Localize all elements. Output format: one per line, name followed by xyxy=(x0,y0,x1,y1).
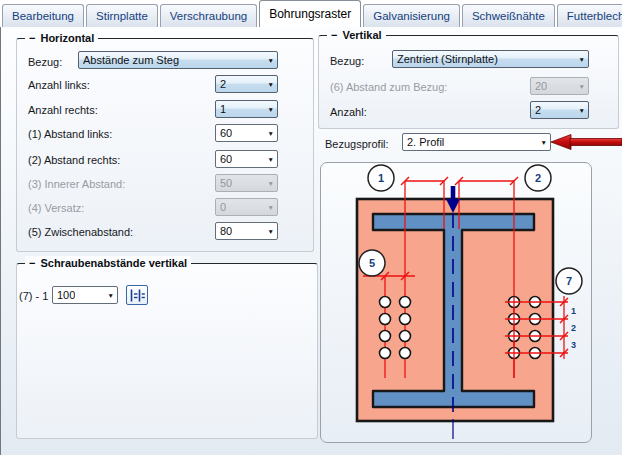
equal-spacing-icon xyxy=(129,289,145,302)
red-arrow-annotation xyxy=(550,133,622,151)
vertikal-bezug-label: Bezug: xyxy=(330,54,364,68)
chevron-down-icon: ▼ xyxy=(268,106,274,113)
vertikal-anzahl-label: Anzahl: xyxy=(330,105,367,119)
tab-bearbeitung[interactable]: Bearbeitung xyxy=(2,4,84,27)
tab-verschraubung[interactable]: Verschraubung xyxy=(160,4,257,27)
svg-text:5: 5 xyxy=(369,257,375,269)
innerer-abstand-combo: 50▼ xyxy=(215,174,278,192)
svg-text:2: 2 xyxy=(571,323,576,333)
abstand-zum-bezug-label: (6) Abstand zum Bezug: xyxy=(330,80,447,94)
tab-stirnplatte[interactable]: Stirnplatte xyxy=(86,4,158,27)
svg-text:1: 1 xyxy=(571,306,576,316)
bolt-pattern-dialog: Bearbeitung Stirnplatte Verschraubung Bo… xyxy=(0,0,622,455)
chevron-down-icon: ▼ xyxy=(268,156,274,163)
chevron-down-icon: ▼ xyxy=(541,139,547,146)
chevron-down-icon: ▼ xyxy=(268,228,274,235)
schrauben-abstand-combo[interactable]: 100▼ xyxy=(52,286,118,304)
diagram-panel: 1 2 5 7 1 2 3 xyxy=(320,162,592,443)
horizontal-bezug-combo[interactable]: Abstände zum Steg▼ xyxy=(78,51,278,69)
chevron-down-icon: ▼ xyxy=(579,56,585,63)
chevron-down-icon: ▼ xyxy=(268,81,274,88)
chevron-down-icon: ▼ xyxy=(268,204,274,211)
abstand-rechts-label: (2) Abstand rechts: xyxy=(28,153,120,167)
tab-schweissnaehte[interactable]: Schweißnähte xyxy=(462,4,555,27)
anzahl-rechts-combo[interactable]: 1▼ xyxy=(215,100,278,118)
group-horizontal: − Horizontal xyxy=(16,38,314,252)
zwischenabstand-combo[interactable]: 80▼ xyxy=(215,222,278,240)
svg-text:2: 2 xyxy=(535,172,541,184)
versatz-label: (4) Versatz: xyxy=(28,201,84,215)
anzahl-links-label: Anzahl links: xyxy=(28,78,90,92)
zwischenabstand-label: (5) Zwischenabstand: xyxy=(28,225,133,239)
tab-futterblech[interactable]: Futterblech xyxy=(557,4,622,27)
bezugsprofil-combo[interactable]: 2. Profil▼ xyxy=(402,133,551,151)
collapse-dash-icon[interactable]: − xyxy=(29,31,35,45)
abstand-links-label: (1) Abstand links: xyxy=(28,127,112,141)
vertikal-anzahl-combo[interactable]: 2▼ xyxy=(530,101,589,119)
schrauben-row-label: (7) - 1 xyxy=(19,289,48,303)
equal-spacing-button[interactable] xyxy=(126,285,148,305)
chevron-down-icon: ▼ xyxy=(268,180,274,187)
collapse-dash-icon[interactable]: − xyxy=(29,256,35,270)
chevron-down-icon: ▼ xyxy=(108,292,114,299)
horizontal-bezug-label: Bezug: xyxy=(28,55,62,69)
collapse-dash-icon[interactable]: − xyxy=(331,28,337,42)
chevron-down-icon: ▼ xyxy=(268,57,274,64)
chevron-down-icon: ▼ xyxy=(579,107,585,114)
tab-bohrungsraster[interactable]: Bohrungsraster xyxy=(259,0,361,27)
anzahl-links-combo[interactable]: 2▼ xyxy=(215,75,278,93)
abstand-links-combo[interactable]: 60▼ xyxy=(215,124,278,142)
spacing-labels: 1 2 3 xyxy=(571,306,576,350)
vertikal-bezug-combo[interactable]: Zentriert (Stirnplatte)▼ xyxy=(392,50,589,68)
group-horizontal-title: − Horizontal xyxy=(25,31,98,45)
group-vertikal-title: − Vertikal xyxy=(327,28,386,42)
abstand-rechts-combo[interactable]: 60▼ xyxy=(215,150,278,168)
svg-text:3: 3 xyxy=(571,340,576,350)
innerer-abstand-label: (3) Innerer Abstand: xyxy=(28,177,125,191)
abstand-zum-bezug-combo: 20▼ xyxy=(530,77,589,95)
connection-diagram: 1 2 5 7 1 2 3 xyxy=(321,163,592,443)
bezugsprofil-label: Bezugsprofil: xyxy=(325,137,389,151)
group-schraubenabstaende-title: − Schraubenabstände vertikal xyxy=(25,256,191,270)
svg-text:7: 7 xyxy=(566,275,572,287)
tab-bar: Bearbeitung Stirnplatte Verschraubung Bo… xyxy=(2,0,622,27)
chevron-down-icon: ▼ xyxy=(579,83,585,90)
svg-text:1: 1 xyxy=(378,172,384,184)
anzahl-rechts-label: Anzahl rechts: xyxy=(28,103,98,117)
versatz-combo: 0▼ xyxy=(215,198,278,216)
chevron-down-icon: ▼ xyxy=(268,130,274,137)
tab-galvanisierung[interactable]: Galvanisierung xyxy=(363,4,460,27)
